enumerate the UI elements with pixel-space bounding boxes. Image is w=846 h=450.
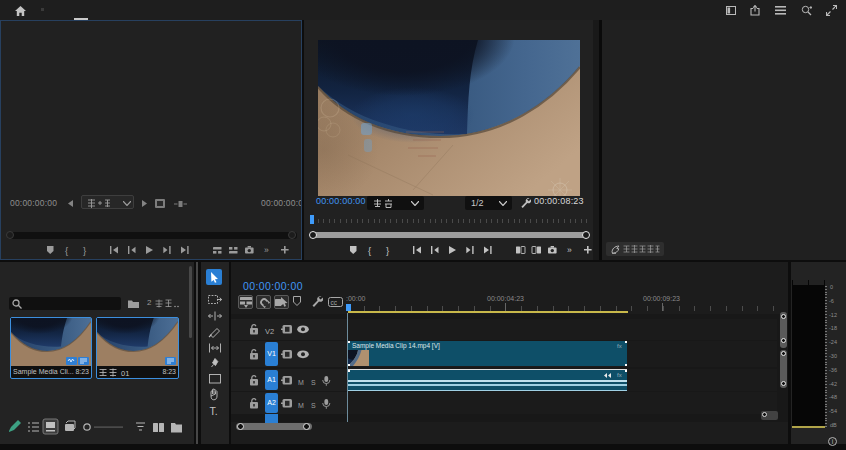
svg-text:»: » — [567, 245, 572, 255]
svg-text:»: » — [264, 245, 269, 255]
svg-text:M: M — [298, 402, 304, 409]
svg-text:M: M — [298, 379, 304, 386]
svg-text:V2: V2 — [265, 327, 274, 336]
svg-text:cc: cc — [331, 299, 338, 306]
svg-text:01: 01 — [121, 369, 129, 377]
svg-text:}: } — [83, 245, 86, 256]
svg-text:T.: T. — [210, 405, 218, 417]
svg-text:S: S — [311, 379, 316, 386]
svg-text:}: } — [386, 245, 389, 256]
svg-text:{: { — [368, 245, 371, 256]
svg-text:S: S — [311, 402, 316, 409]
svg-text:{: { — [65, 245, 68, 256]
